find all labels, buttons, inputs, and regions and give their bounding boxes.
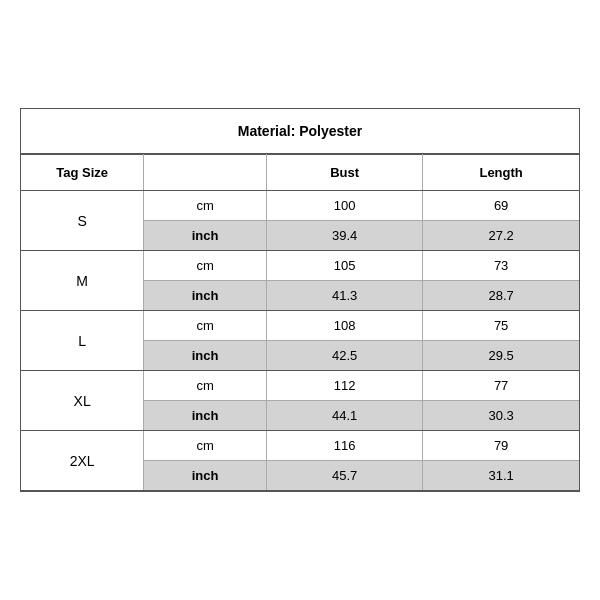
bust-cm: 105 — [267, 251, 423, 281]
unit-cm: cm — [144, 251, 267, 281]
table-row: XLcm11277 — [21, 371, 579, 401]
unit-inch: inch — [144, 461, 267, 491]
bust-inch: 42.5 — [267, 341, 423, 371]
header-tag-size: Tag Size — [21, 155, 144, 191]
length-cm: 75 — [423, 311, 579, 341]
length-inch: 28.7 — [423, 281, 579, 311]
table-row: Lcm10875 — [21, 311, 579, 341]
size-label: XL — [21, 371, 144, 431]
bust-inch: 41.3 — [267, 281, 423, 311]
unit-cm: cm — [144, 431, 267, 461]
size-label: 2XL — [21, 431, 144, 491]
bust-cm: 116 — [267, 431, 423, 461]
length-inch: 31.1 — [423, 461, 579, 491]
length-cm: 77 — [423, 371, 579, 401]
header-bust: Bust — [267, 155, 423, 191]
size-chart-container: Material: Polyester Tag Size Bust Length… — [20, 108, 580, 492]
size-label: L — [21, 311, 144, 371]
length-inch: 30.3 — [423, 401, 579, 431]
chart-title: Material: Polyester — [21, 109, 579, 154]
size-label: M — [21, 251, 144, 311]
header-length: Length — [423, 155, 579, 191]
unit-inch: inch — [144, 221, 267, 251]
unit-cm: cm — [144, 311, 267, 341]
length-cm: 73 — [423, 251, 579, 281]
length-cm: 79 — [423, 431, 579, 461]
size-table: Tag Size Bust Length Scm10069inch39.427.… — [21, 154, 579, 491]
size-label: S — [21, 191, 144, 251]
unit-inch: inch — [144, 281, 267, 311]
unit-cm: cm — [144, 191, 267, 221]
bust-cm: 100 — [267, 191, 423, 221]
unit-inch: inch — [144, 341, 267, 371]
unit-inch: inch — [144, 401, 267, 431]
bust-cm: 108 — [267, 311, 423, 341]
length-cm: 69 — [423, 191, 579, 221]
bust-inch: 39.4 — [267, 221, 423, 251]
bust-inch: 45.7 — [267, 461, 423, 491]
length-inch: 27.2 — [423, 221, 579, 251]
table-row: 2XLcm11679 — [21, 431, 579, 461]
header-empty — [144, 155, 267, 191]
bust-inch: 44.1 — [267, 401, 423, 431]
table-row: Scm10069 — [21, 191, 579, 221]
table-row: Mcm10573 — [21, 251, 579, 281]
bust-cm: 112 — [267, 371, 423, 401]
length-inch: 29.5 — [423, 341, 579, 371]
unit-cm: cm — [144, 371, 267, 401]
